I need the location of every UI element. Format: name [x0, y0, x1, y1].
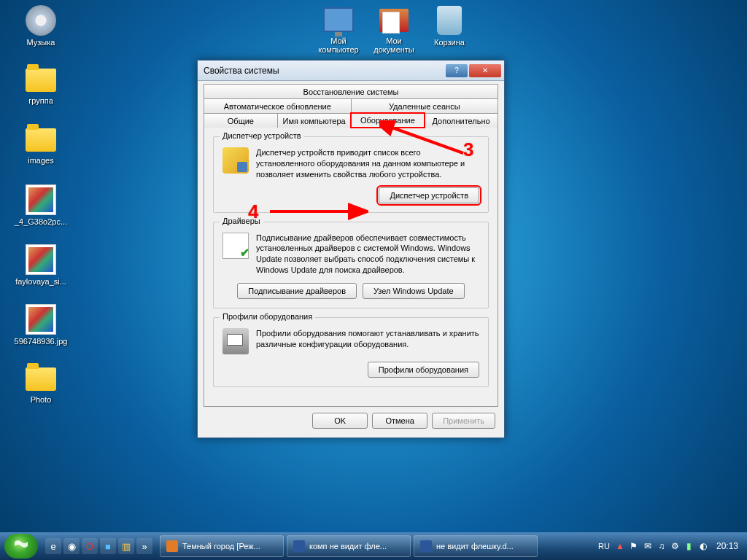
desktop-icon-img2[interactable]: faylovaya_si... [12, 242, 70, 286]
taskbar-app-label: комп не видит фле... [309, 542, 387, 551]
desktop-icon-music[interactable]: Музыка [12, 3, 70, 47]
image-thumb-icon [26, 184, 56, 215]
group-legend: Профили оборудования [220, 312, 315, 321]
tab-auto-updates[interactable]: Автоматическое обновление [204, 98, 352, 113]
desktop-icon-label: Корзина [420, 38, 479, 47]
tray-icon[interactable]: ⚙ [670, 540, 681, 552]
tray-network-icon[interactable]: ◐ [697, 540, 709, 552]
drivers-icon [222, 233, 249, 259]
ok-button[interactable]: OK [312, 413, 368, 429]
desktop-icon-mycomp[interactable]: Мой компьютер [309, 3, 368, 54]
titlebar[interactable]: Свойства системы ? ✕ [198, 61, 504, 81]
tab-general[interactable]: Общие [204, 113, 278, 128]
desktop-icon-bin[interactable]: Корзина [420, 3, 479, 47]
desktop-icon-label: Мои документы [365, 36, 423, 54]
tab-hardware[interactable]: Оборудование [351, 113, 425, 128]
desktop-icon-mydocs[interactable]: Мои документы [365, 3, 423, 54]
folder-icon [26, 368, 56, 391]
profiles-icon [222, 328, 249, 354]
taskbar-app-ff[interactable]: Темный город [Реж... [160, 535, 284, 557]
app-icon [166, 540, 178, 552]
desktop-icon-label: images [12, 156, 70, 165]
driver-signing-button[interactable]: Подписывание драйверов [237, 283, 357, 299]
tray-icon[interactable]: ✉ [642, 540, 654, 552]
group-legend: Диспетчер устройств [220, 131, 304, 140]
ql-ie-icon[interactable]: e [45, 538, 61, 554]
tray-icon[interactable]: ⚑ [628, 540, 640, 552]
windows-update-button[interactable]: Узел Windows Update [363, 283, 465, 299]
tab-remote-sessions[interactable]: Удаленные сеансы [351, 98, 499, 113]
cancel-button[interactable]: Отмена [372, 413, 427, 429]
close-button[interactable]: ✕ [469, 64, 501, 77]
desktop-icon-photo[interactable]: Photo [12, 362, 70, 404]
language-indicator[interactable]: RU [598, 542, 610, 551]
desktop-icon-img1[interactable]: _4_G38o2pc... [12, 182, 70, 226]
group-text: Подписывание драйверов обеспечивает совм… [256, 233, 479, 276]
desktop-icon-label: Музыка [12, 38, 70, 47]
tab-system-restore[interactable]: Восстановление системы [204, 84, 498, 98]
group-legend: Драйверы [220, 217, 263, 225]
system-properties-dialog: Свойства системы ? ✕ Восстановление сист… [197, 60, 505, 438]
system-tray: RU ▲ ⚑ ✉ ♫ ⚙ ▮ ◐ 20:13 [598, 540, 743, 552]
clock[interactable]: 20:13 [716, 541, 738, 551]
ql-folder-icon[interactable]: ▥ [118, 538, 134, 554]
desktop-icon-label: _4_G38o2pc... [12, 217, 70, 226]
tab-body-hardware: Диспетчер устройств Диспетчер устройств … [204, 127, 498, 407]
group-device-manager: Диспетчер устройств Диспетчер устройств … [213, 136, 489, 213]
folder-icon [26, 69, 56, 92]
dialog-footer: OK Отмена Применить [198, 407, 504, 438]
group-hardware-profiles: Профили оборудования Профили оборудовани… [213, 317, 489, 387]
app-icon [420, 540, 432, 552]
image-thumb-icon [26, 304, 56, 335]
hardware-profiles-button[interactable]: Профили оборудования [368, 362, 479, 378]
desktop-icon-img3[interactable]: 596748936.jpg [12, 302, 70, 346]
ql-opera-icon[interactable]: O [82, 538, 98, 554]
monitor-icon [323, 7, 354, 32]
ql-save-icon[interactable]: ■ [100, 538, 116, 554]
taskbar-app-w2[interactable]: не видит флешку.d... [414, 535, 538, 557]
taskbar-app-label: Темный город [Реж... [182, 542, 260, 551]
tab-computer-name[interactable]: Имя компьютера [277, 113, 352, 128]
group-text: Профили оборудования помогают устанавлив… [256, 328, 479, 354]
start-button[interactable] [4, 534, 38, 559]
group-drivers: Драйверы Подписывание драйверов обеспечи… [213, 222, 489, 308]
device-manager-button[interactable]: Диспетчер устройств [379, 187, 479, 203]
apply-button: Применить [432, 413, 495, 429]
taskbar-app-label: не видит флешку.d... [436, 542, 514, 551]
tray-icon[interactable]: ♫ [656, 540, 667, 552]
desktop-icon-group[interactable]: группа [12, 63, 70, 105]
disc-icon [26, 5, 56, 36]
taskbar: e ◉ O ■ ▥ » Темный город [Реж...комп не … [0, 532, 747, 560]
desktop-icon-label: 596748936.jpg [12, 337, 70, 346]
tab-advanced[interactable]: Дополнительно [424, 113, 498, 128]
desktop: МузыкаМой компьютерМои документыКорзинаг… [0, 0, 747, 560]
quick-launch: e ◉ O ■ ▥ » [45, 538, 152, 554]
desktop-icon-images[interactable]: images [12, 122, 70, 165]
desktop-icon-label: faylovaya_si... [12, 277, 70, 286]
ql-showdesk-icon[interactable]: » [136, 538, 152, 554]
desktop-icon-label: группа [12, 96, 70, 105]
tray-battery-icon[interactable]: ▮ [684, 540, 695, 552]
tray-icon[interactable]: ▲ [614, 540, 626, 552]
image-thumb-icon [26, 244, 56, 275]
group-text: Диспетчер устройств приводит список всег… [256, 147, 479, 180]
dialog-title: Свойства системы [204, 66, 444, 76]
device-manager-icon [222, 147, 249, 174]
folder-icon [26, 128, 56, 152]
documents-icon [379, 9, 409, 32]
recycle-bin-icon [437, 6, 462, 35]
desktop-icon-label: Photo [12, 395, 70, 404]
app-icon [293, 540, 305, 552]
desktop-icon-label: Мой компьютер [309, 36, 368, 54]
help-button[interactable]: ? [446, 64, 468, 77]
taskbar-app-w1[interactable]: комп не видит фле... [287, 535, 411, 557]
ql-chrome-icon[interactable]: ◉ [63, 538, 80, 554]
